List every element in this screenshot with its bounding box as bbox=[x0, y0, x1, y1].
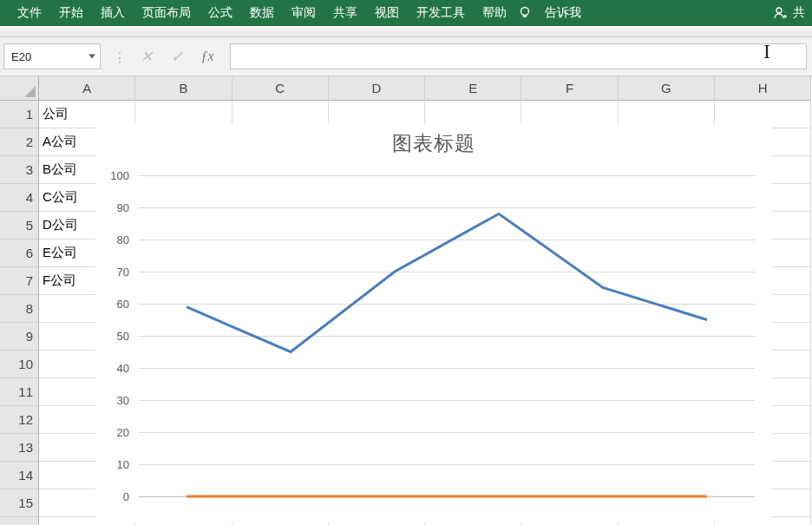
y-tick-label: 20 bbox=[117, 426, 129, 439]
chart-y-axis: 0102030405060708090100 bbox=[95, 175, 134, 496]
col-header-F[interactable]: F bbox=[521, 76, 618, 101]
chart-plot-area[interactable] bbox=[139, 175, 755, 496]
y-tick-label: 100 bbox=[110, 169, 129, 182]
select-all-corner[interactable] bbox=[0, 76, 39, 101]
ribbon-sub bbox=[0, 26, 812, 37]
chart-object[interactable]: 图表标题 0102030405060708090100 bbox=[95, 123, 772, 522]
enter-icon: ✓ bbox=[163, 43, 191, 69]
tell-me[interactable]: 告诉我 bbox=[536, 0, 590, 26]
chart-title[interactable]: 图表标题 bbox=[95, 130, 772, 157]
chevron-down-icon[interactable] bbox=[88, 55, 95, 59]
col-header-E[interactable]: E bbox=[425, 76, 521, 101]
col-header-C[interactable]: C bbox=[232, 76, 329, 101]
row-header-15[interactable]: 15 bbox=[0, 489, 39, 517]
menu-view[interactable]: 视图 bbox=[366, 0, 408, 26]
menu-data[interactable]: 数据 bbox=[241, 0, 283, 26]
y-tick-label: 50 bbox=[117, 330, 129, 343]
menu-share[interactable]: 共享 bbox=[324, 0, 366, 26]
row-header-14[interactable]: 14 bbox=[0, 462, 39, 489]
menu-dev[interactable]: 开发工具 bbox=[408, 0, 474, 26]
cancel-icon: ✕ bbox=[133, 43, 160, 69]
row-header-10[interactable]: 10 bbox=[0, 351, 39, 378]
formula-input[interactable] bbox=[230, 43, 807, 69]
lightbulb-icon[interactable] bbox=[515, 6, 534, 20]
y-tick-label: 40 bbox=[117, 362, 129, 375]
menu-share-right[interactable]: 共 bbox=[789, 0, 807, 26]
row-header-1[interactable]: 1 bbox=[0, 101, 39, 128]
col-header-G[interactable]: G bbox=[619, 76, 715, 101]
y-tick-label: 70 bbox=[117, 266, 129, 279]
col-header-A[interactable]: A bbox=[39, 76, 135, 101]
row-header-3[interactable]: 3 bbox=[0, 156, 39, 184]
col-header-B[interactable]: B bbox=[135, 76, 232, 101]
formula-controls: ⋮ ✕ ✓ ƒx bbox=[108, 43, 221, 69]
y-tick-label: 10 bbox=[117, 458, 129, 471]
y-tick-label: 30 bbox=[117, 394, 129, 407]
menu-file[interactable]: 文件 bbox=[5, 0, 50, 26]
menu-review[interactable]: 审阅 bbox=[283, 0, 324, 26]
chart-series-0[interactable] bbox=[187, 213, 707, 351]
row-header-8[interactable]: 8 bbox=[0, 295, 39, 323]
row-header-6[interactable]: 6 bbox=[0, 240, 39, 267]
formula-bar: E20 ⋮ ✕ ✓ ƒx bbox=[0, 37, 812, 76]
name-box-value[interactable]: E20 bbox=[3, 43, 101, 69]
share-user-icon[interactable] bbox=[770, 5, 789, 21]
ribbon-menu: 文件 开始 插入 页面布局 公式 数据 审阅 共享 视图 开发工具 帮助 告诉我… bbox=[0, 0, 812, 26]
svg-point-0 bbox=[521, 8, 529, 16]
menu-home[interactable]: 开始 bbox=[50, 0, 92, 26]
row-header-7[interactable]: 7 bbox=[0, 267, 39, 295]
menu-help[interactable]: 帮助 bbox=[474, 0, 515, 26]
row-header-4[interactable]: 4 bbox=[0, 184, 39, 212]
text-cursor-icon: I bbox=[763, 40, 770, 63]
fx-icon[interactable]: ƒx bbox=[193, 43, 221, 69]
menu-layout[interactable]: 页面布局 bbox=[134, 0, 200, 26]
menu-insert[interactable]: 插入 bbox=[92, 0, 134, 26]
svg-point-2 bbox=[776, 8, 782, 13]
row-header-5[interactable]: 5 bbox=[0, 212, 39, 240]
menu-formula[interactable]: 公式 bbox=[200, 0, 241, 26]
name-box[interactable]: E20 bbox=[3, 43, 101, 69]
y-tick-label: 80 bbox=[117, 233, 129, 246]
svg-rect-1 bbox=[523, 16, 527, 17]
col-header-D[interactable]: D bbox=[329, 76, 425, 101]
row-header-2[interactable]: 2 bbox=[0, 128, 39, 156]
row-header-9[interactable]: 9 bbox=[0, 323, 39, 351]
row-header-16[interactable]: 16 bbox=[0, 517, 39, 525]
row-header-11[interactable]: 11 bbox=[0, 378, 39, 406]
row-header-13[interactable]: 13 bbox=[0, 434, 39, 462]
y-tick-label: 60 bbox=[117, 298, 129, 311]
y-tick-label: 0 bbox=[123, 490, 129, 503]
y-tick-label: 90 bbox=[117, 201, 129, 214]
formula-expand-icon[interactable]: ⋮ bbox=[108, 48, 130, 66]
row-header-12[interactable]: 12 bbox=[0, 406, 39, 434]
col-header-H[interactable]: H bbox=[715, 76, 811, 101]
